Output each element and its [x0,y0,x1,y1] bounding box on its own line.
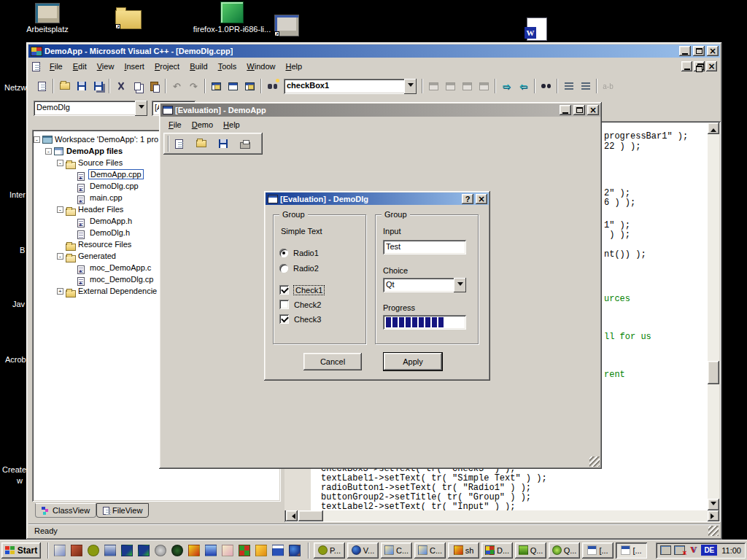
quicklaunch-users-a-icon[interactable] [121,545,133,556]
menu-project[interactable]: Project [150,61,185,72]
indent-increase-icon[interactable] [577,78,594,94]
workspace-pane-icon[interactable] [208,78,225,94]
quicklaunch-grid-icon[interactable] [272,545,284,556]
tree-expander[interactable]: - [45,148,52,155]
desktop-icon-folder[interactable]: ↗ [115,10,144,29]
taskbar-task-V[interactable]: V... [347,542,379,559]
find-select-icon[interactable] [264,78,281,94]
tab-classview[interactable]: ClassView [35,503,96,518]
demoapp-titlebar[interactable]: [Evaluation] - DemoApp × [160,104,600,117]
mdi-restore-button[interactable] [694,61,705,71]
radio-circle[interactable] [279,264,288,273]
menu-file[interactable]: File [44,61,68,72]
scroll-up-button[interactable] [708,122,719,134]
taskbar-task-C[interactable]: C... [414,542,446,559]
help-button[interactable]: ? [462,194,473,204]
desktop-icon-word-doc[interactable]: W [527,18,553,41]
mdi-close-button[interactable]: × [706,61,717,71]
editor-vscrollbar[interactable] [708,122,719,510]
input-field[interactable]: Test [383,240,466,254]
menu-build[interactable]: Build [185,61,212,72]
menu-insert[interactable]: Insert [119,61,150,72]
quicklaunch-desktop-icon[interactable] [104,545,116,556]
tree-expander[interactable]: - [57,160,63,166]
scroll-left-button[interactable] [286,510,298,521]
tree-expander[interactable]: - [57,206,63,213]
demoapp-resize-grip[interactable] [589,456,600,467]
taskbar-task-Q[interactable]: Q... [515,542,546,559]
quicklaunch-media-icon[interactable] [188,545,200,556]
dialog-titlebar[interactable]: [Evaluation] - DemoDlg ? × [266,192,489,205]
cancel-button[interactable]: Cancel [303,353,362,370]
save-icon[interactable] [73,78,90,94]
open-icon[interactable] [193,136,209,152]
minimize-button[interactable] [560,105,571,115]
open-icon[interactable] [56,78,73,94]
checkbox-check2[interactable]: Check2 [279,300,321,309]
taskbar-task-D[interactable]: D... [481,542,513,559]
go-forward-icon[interactable]: ⇨ [498,78,515,94]
taskbar-task-window[interactable]: [... [582,542,614,559]
scroll-thumb[interactable] [298,510,323,521]
desktop-icon-my-computer[interactable]: Arbeitsplatz [22,3,73,34]
wizardbar-member-combo[interactable]: checkBox1 [284,79,417,94]
tree-expander[interactable]: - [57,253,63,260]
desktop-icon-monitor[interactable]: ↗ [274,15,303,36]
cut-icon[interactable] [112,78,129,94]
paste-icon[interactable] [146,78,163,94]
quicklaunch-calculator-icon[interactable] [205,545,217,556]
quicklaunch-users-b-icon[interactable] [138,545,150,556]
radio-radio1[interactable]: Radio1 [279,249,319,257]
quicklaunch-package-icon[interactable] [71,545,82,556]
close-button[interactable]: × [707,46,719,56]
radio-circle[interactable] [279,249,288,257]
combo-dropdown-button[interactable] [454,278,466,292]
choice-combo[interactable]: Qt [383,278,466,292]
combo-dropdown-button[interactable] [135,101,147,116]
editor-hscrollbar[interactable] [286,510,719,521]
member-down-icon[interactable] [476,78,492,94]
quicklaunch-globe-icon[interactable] [171,545,183,556]
menu-window[interactable]: Window [241,61,280,72]
undo-icon[interactable]: ↶ [169,78,185,94]
save-icon[interactable] [214,136,231,152]
scroll-down-button[interactable] [708,499,719,510]
redo-icon[interactable]: ↷ [185,78,202,94]
go-back-icon[interactable]: ⇦ [515,78,532,94]
mdi-minimize-button[interactable] [681,61,692,71]
quicklaunch-timer-icon[interactable] [88,545,99,556]
checkbox-box[interactable] [279,285,289,295]
desktop-icon-firefox-installer[interactable]: firefox-1.0PR-i686-li... [188,1,276,34]
find-icon[interactable] [538,78,554,94]
maximize-button[interactable] [693,46,705,56]
close-button[interactable]: × [476,194,487,204]
close-button[interactable]: × [587,105,599,115]
taskbar-task-C[interactable]: C... [381,542,412,559]
network-icon[interactable] [660,545,671,555]
member-up-icon[interactable] [459,78,476,94]
taskbar-task-P[interactable]: P... [314,542,345,559]
checkbox-box[interactable] [279,314,289,324]
scroll-right-button[interactable] [708,510,719,521]
wizard-pane-icon[interactable] [225,78,241,94]
apply-button[interactable]: Apply [384,353,442,370]
cascade-pane-icon[interactable] [241,78,258,94]
tree-expander[interactable]: + [57,288,63,295]
scroll-track[interactable] [298,510,708,521]
checkbox-box[interactable] [279,300,289,309]
quicklaunch-circle-icon[interactable] [155,545,166,556]
resize-grip[interactable] [708,526,719,536]
checkbox-check1[interactable]: Check1 [279,285,324,295]
quicklaunch-browser-icon[interactable] [289,545,301,556]
demoapp-menu-help[interactable]: Help [218,119,245,131]
quicklaunch-editor-icon[interactable] [54,545,66,556]
taskbar-task-Q[interactable]: Q... [549,542,580,559]
radio-radio2[interactable]: Radio2 [279,264,319,273]
new-file-icon[interactable] [34,78,50,94]
quicklaunch-mail-icon[interactable] [222,545,233,556]
save-all-icon[interactable] [90,78,107,94]
antivirus-icon[interactable]: V [688,545,698,556]
main-titlebar[interactable]: DemoApp - Microsoft Visual C++ - [DemoDl… [28,44,720,58]
maximize-button[interactable] [573,105,585,115]
checkbox-check3[interactable]: Check3 [279,314,321,324]
